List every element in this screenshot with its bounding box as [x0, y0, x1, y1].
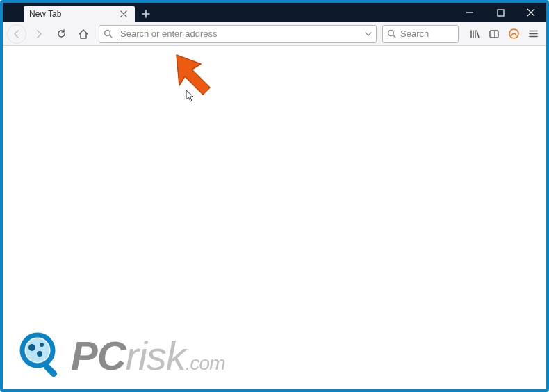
svg-point-9 [37, 351, 42, 357]
address-bar[interactable] [99, 25, 377, 43]
svg-rect-3 [490, 31, 498, 38]
library-icon[interactable] [466, 25, 484, 43]
menu-icon[interactable] [524, 25, 542, 43]
close-window-button[interactable] [516, 3, 546, 22]
watermark-dotcom: .com [186, 352, 225, 374]
window-controls [454, 3, 546, 22]
search-input[interactable] [400, 28, 454, 39]
svg-point-7 [26, 338, 49, 362]
navigation-toolbar [3, 22, 546, 46]
watermark-risk: risk [126, 333, 186, 378]
text-cursor [117, 28, 117, 40]
new-tab-button[interactable] [138, 6, 154, 22]
back-button[interactable] [7, 24, 26, 44]
watermark-logo: PCrisk.com [17, 331, 224, 379]
sidebar-icon[interactable] [485, 25, 503, 43]
cursor-icon [186, 90, 195, 102]
search-icon [387, 29, 396, 38]
titlebar: New Tab [3, 3, 546, 22]
watermark-pc: PC [71, 333, 126, 378]
extension-icon[interactable] [505, 25, 523, 43]
forward-button[interactable] [29, 24, 49, 44]
search-box[interactable] [382, 25, 459, 43]
svg-rect-0 [498, 10, 504, 16]
browser-tab[interactable]: New Tab [24, 6, 135, 22]
svg-point-10 [40, 343, 44, 347]
close-tab-icon[interactable] [118, 8, 129, 19]
svg-rect-11 [43, 363, 58, 378]
toolbar-right-icons [466, 25, 542, 43]
watermark-text: PCrisk.com [71, 332, 224, 379]
magnifier-logo-icon [17, 331, 65, 379]
minimize-button[interactable] [454, 3, 485, 22]
reload-button[interactable] [51, 24, 71, 44]
page-content: PCrisk.com [3, 46, 546, 389]
address-input[interactable] [120, 28, 361, 39]
maximize-button[interactable] [485, 3, 516, 22]
tab-title: New Tab [29, 9, 61, 19]
search-icon [104, 29, 113, 38]
svg-marker-5 [177, 55, 210, 95]
svg-point-8 [28, 344, 35, 351]
home-button[interactable] [74, 24, 93, 44]
chevron-down-icon[interactable] [365, 31, 372, 38]
